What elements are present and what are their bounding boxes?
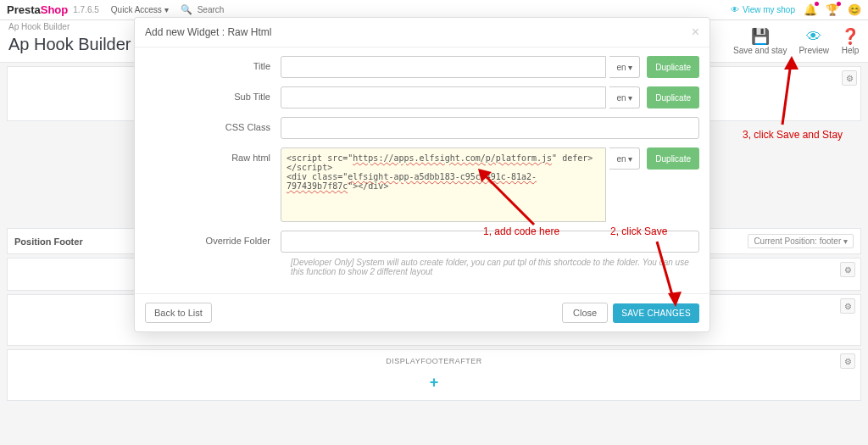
search-input[interactable] (192, 3, 310, 18)
lang-dropdown[interactable]: en ▾ (609, 56, 640, 78)
eye-icon: 👁 (798, 28, 829, 46)
css-class-label: CSS Class (145, 117, 281, 132)
title-input[interactable] (281, 56, 606, 78)
avatar-icon[interactable]: 😊 (848, 3, 861, 16)
duplicate-button[interactable]: Duplicate (647, 56, 699, 78)
gear-icon[interactable]: ⚙ (840, 353, 855, 369)
raw-html-label: Raw html (145, 147, 281, 163)
logo: PrestaShop (7, 3, 68, 16)
help-label: Help (842, 46, 860, 55)
override-folder-label: Override Folder (145, 231, 281, 246)
logo-shop: Shop (41, 3, 69, 16)
lang-dropdown[interactable]: en ▾ (609, 86, 640, 108)
add-widget-button[interactable]: + (8, 369, 860, 400)
eye-icon: 👁 (731, 5, 739, 14)
logo-presta: Presta (7, 3, 41, 16)
title-label: Title (145, 56, 281, 71)
gear-icon[interactable]: ⚙ (840, 298, 855, 314)
override-hint: [Developer Only] System will auto create… (291, 258, 699, 276)
view-shop-link[interactable]: 👁View my shop (731, 5, 795, 14)
modal-title: Add new Widget : Raw Html (145, 26, 271, 38)
css-class-input[interactable] (281, 117, 699, 139)
help-button[interactable]: ❓ Help (841, 27, 860, 55)
save-stay-label: Save and stay (733, 46, 787, 55)
zone-label: DISPLAYFOOTERAFTER (8, 350, 860, 369)
add-widget-modal: Add new Widget : Raw Html × Title en ▾ D… (134, 17, 710, 332)
trophy-icon[interactable]: 🏆 (826, 3, 839, 16)
modal-header: Add new Widget : Raw Html × (135, 18, 709, 47)
preview-label: Preview (798, 46, 829, 55)
duplicate-button[interactable]: Duplicate (647, 147, 699, 170)
search-icon[interactable]: 🔍 (181, 4, 192, 15)
save-icon: 💾 (733, 27, 787, 46)
section-title: Position Footer (14, 236, 83, 247)
save-changes-button[interactable]: SAVE CHANGES (613, 303, 699, 323)
breadcrumb: Ap Hook Builder (8, 22, 70, 31)
raw-html-textarea[interactable]: <script src="https://apps.elfsight.com/p… (281, 147, 606, 222)
help-icon: ❓ (841, 27, 860, 46)
duplicate-button[interactable]: Duplicate (647, 86, 699, 108)
back-to-list-button[interactable]: Back to List (145, 303, 212, 323)
quick-access-dropdown[interactable]: Quick Access ▾ (111, 5, 169, 14)
save-and-stay-button[interactable]: 💾 Save and stay (733, 27, 787, 55)
zone-display-footer-after: ⚙ DISPLAYFOOTERAFTER + (7, 349, 861, 401)
page-title: Ap Hook Builder (8, 35, 131, 54)
subtitle-input[interactable] (281, 86, 606, 108)
notification-bell-icon[interactable]: 🔔 (804, 3, 817, 16)
close-button[interactable]: Close (562, 303, 608, 323)
subtitle-label: Sub Title (145, 86, 281, 102)
lang-dropdown[interactable]: en ▾ (609, 147, 640, 170)
preview-button[interactable]: 👁 Preview (798, 28, 829, 55)
gear-icon[interactable]: ⚙ (840, 262, 855, 277)
version-text: 1.7.6.5 (73, 5, 99, 14)
gear-icon[interactable]: ⚙ (842, 70, 857, 86)
override-folder-input[interactable] (281, 231, 699, 253)
current-position-dropdown[interactable]: Current Position: footer ▾ (748, 234, 854, 248)
close-icon[interactable]: × (692, 25, 699, 40)
